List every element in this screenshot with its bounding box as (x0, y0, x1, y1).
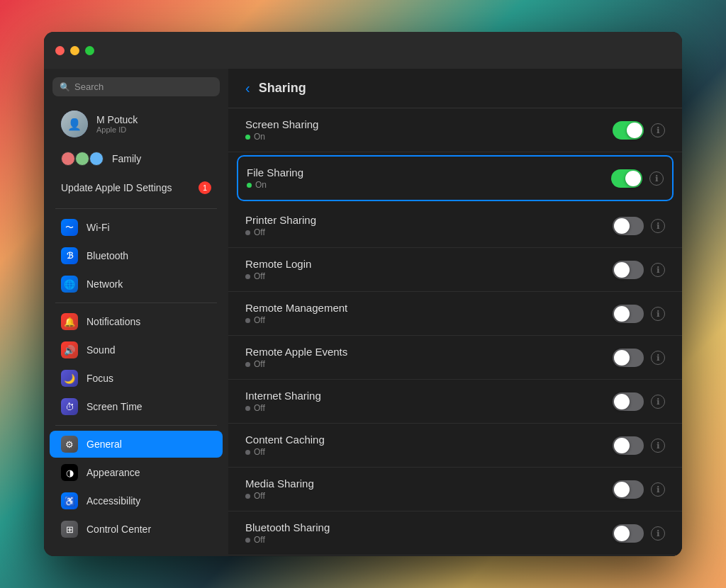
sidebar-item-update-appleid[interactable]: Update Apple ID Settings 1 (50, 174, 223, 201)
focus-icon: 🌙 (61, 370, 78, 387)
search-input[interactable]: Search (74, 81, 104, 92)
info-button-file-sharing[interactable]: ℹ (649, 171, 664, 186)
sidebar-item-network[interactable]: 🌐 Network (50, 271, 223, 298)
settings-list: Screen Sharing On ℹ File Sharing On (228, 108, 682, 556)
sidebar-item-focus[interactable]: 🌙 Focus (50, 365, 223, 392)
toggle-media-sharing[interactable] (613, 480, 644, 499)
focus-label: Focus (86, 373, 113, 384)
minimize-button[interactable] (70, 46, 79, 55)
toggle-knob-remote-management (614, 306, 630, 322)
update-badge: 1 (199, 181, 211, 194)
toggle-content-caching[interactable] (613, 436, 644, 455)
update-appleid-label: Update Apple ID Settings (61, 181, 172, 194)
sidebar-item-sound[interactable]: 🔊 Sound (50, 337, 223, 363)
status-dot-screen-sharing (245, 135, 250, 140)
avatar-image: 👤 (61, 111, 88, 137)
sidebar-item-bluetooth[interactable]: ℬ Bluetooth (50, 242, 223, 269)
profile-name: M Potuck (96, 114, 138, 125)
toggle-remote-login[interactable] (613, 261, 644, 279)
setting-status-internet-sharing: Off (245, 403, 613, 413)
status-label-remote-apple-events: Off (254, 359, 265, 369)
setting-row-remote-management: Remote Management Off ℹ (228, 292, 682, 336)
setting-row-remote-apple-events: Remote Apple Events Off ℹ (228, 336, 682, 380)
family-avatar-2 (75, 152, 89, 166)
status-dot-printer-sharing (245, 230, 250, 235)
toggle-knob-content-caching (614, 438, 630, 453)
status-label-media-sharing: Off (254, 491, 265, 501)
sidebar-item-appearance[interactable]: ◑ Appearance (50, 459, 223, 486)
setting-row-screen-sharing: Screen Sharing On ℹ (228, 108, 682, 152)
setting-info-remote-management: Remote Management Off (245, 302, 613, 325)
setting-row-media-sharing: Media Sharing Off ℹ (228, 468, 682, 511)
setting-status-remote-login: Off (245, 271, 613, 281)
setting-name-remote-apple-events: Remote Apple Events (245, 346, 613, 358)
toggle-remote-apple-events[interactable] (613, 349, 644, 367)
network-label: Network (86, 278, 123, 290)
content-area: 🔍 Search 👤 M Potuck Apple ID (44, 69, 682, 556)
info-button-media-sharing[interactable]: ℹ (651, 482, 665, 497)
status-label-printer-sharing: Off (254, 227, 265, 237)
sidebar-item-general[interactable]: ⚙ General (50, 431, 223, 458)
sidebar-divider-2 (55, 303, 217, 303)
back-button[interactable]: ‹ (245, 80, 250, 96)
controlcenter-label: Control Center (86, 524, 151, 535)
sidebar-item-screentime[interactable]: ⏱ Screen Time (50, 393, 223, 420)
toggle-remote-management[interactable] (613, 305, 644, 323)
setting-controls-remote-apple-events: ℹ (613, 349, 665, 367)
setting-controls-internet-sharing: ℹ (613, 392, 665, 411)
toggle-knob-remote-login (614, 262, 630, 278)
sidebar-divider-1 (55, 208, 217, 209)
info-button-content-caching[interactable]: ℹ (651, 439, 665, 453)
toggle-knob-file-sharing (625, 171, 641, 186)
toggle-screen-sharing[interactable] (613, 121, 644, 140)
maximize-button[interactable] (85, 46, 94, 55)
info-button-bluetooth-sharing[interactable]: ℹ (651, 526, 665, 541)
family-avatar-3 (89, 152, 104, 166)
sidebar-divider-3 (55, 425, 217, 426)
family-avatar-1 (61, 152, 75, 166)
page-title: Sharing (259, 81, 306, 96)
status-label-internet-sharing: Off (254, 403, 265, 413)
close-button[interactable] (55, 46, 65, 55)
setting-row-file-sharing: File Sharing On ℹ (238, 157, 672, 200)
network-icon: 🌐 (61, 276, 78, 293)
bluetooth-icon: ℬ (61, 247, 78, 264)
sidebar-item-wifi[interactable]: 〜 Wi-Fi (50, 214, 223, 241)
notifications-label: Notifications (86, 316, 140, 327)
info-button-screen-sharing[interactable]: ℹ (651, 123, 665, 137)
sidebar: 🔍 Search 👤 M Potuck Apple ID (44, 69, 228, 556)
setting-info-file-sharing: File Sharing On (247, 166, 611, 190)
back-icon: ‹ (245, 80, 250, 96)
appearance-label: Appearance (86, 467, 140, 478)
profile-info: M Potuck Apple ID (96, 114, 138, 134)
sidebar-item-notifications[interactable]: 🔔 Notifications (50, 308, 223, 335)
toggle-internet-sharing[interactable] (613, 392, 644, 411)
family-icons (61, 152, 104, 166)
main-content: ‹ Sharing Screen Sharing On ℹ (228, 69, 682, 556)
search-bar[interactable]: 🔍 Search (52, 77, 220, 96)
info-button-printer-sharing[interactable]: ℹ (651, 219, 665, 233)
sidebar-item-accessibility[interactable]: ♿ Accessibility (50, 487, 223, 514)
wifi-icon: 〜 (61, 219, 78, 236)
status-dot-remote-management (245, 318, 250, 323)
setting-status-remote-apple-events: Off (245, 359, 613, 369)
toggle-file-sharing[interactable] (611, 169, 642, 188)
setting-controls-media-sharing: ℹ (613, 480, 665, 499)
info-button-remote-apple-events[interactable]: ℹ (651, 351, 665, 365)
profile-section[interactable]: 👤 M Potuck Apple ID (50, 105, 223, 143)
setting-row-remote-login: Remote Login Off ℹ (228, 248, 682, 292)
info-button-remote-login[interactable]: ℹ (651, 263, 665, 277)
setting-name-remote-login: Remote Login (245, 258, 613, 270)
sidebar-item-family[interactable]: Family (50, 146, 223, 171)
status-dot-media-sharing (245, 494, 250, 499)
setting-info-bluetooth-sharing: Bluetooth Sharing Off (245, 521, 613, 545)
setting-name-bluetooth-sharing: Bluetooth Sharing (245, 521, 613, 533)
info-button-internet-sharing[interactable]: ℹ (651, 395, 665, 409)
info-button-remote-management[interactable]: ℹ (651, 307, 665, 321)
toggle-bluetooth-sharing[interactable] (613, 524, 644, 543)
bluetooth-label: Bluetooth (86, 250, 128, 261)
setting-name-media-sharing: Media Sharing (245, 477, 613, 490)
toggle-printer-sharing[interactable] (613, 217, 644, 235)
sidebar-item-controlcenter[interactable]: ⊞ Control Center (50, 516, 223, 543)
status-label-remote-login: Off (254, 271, 265, 281)
